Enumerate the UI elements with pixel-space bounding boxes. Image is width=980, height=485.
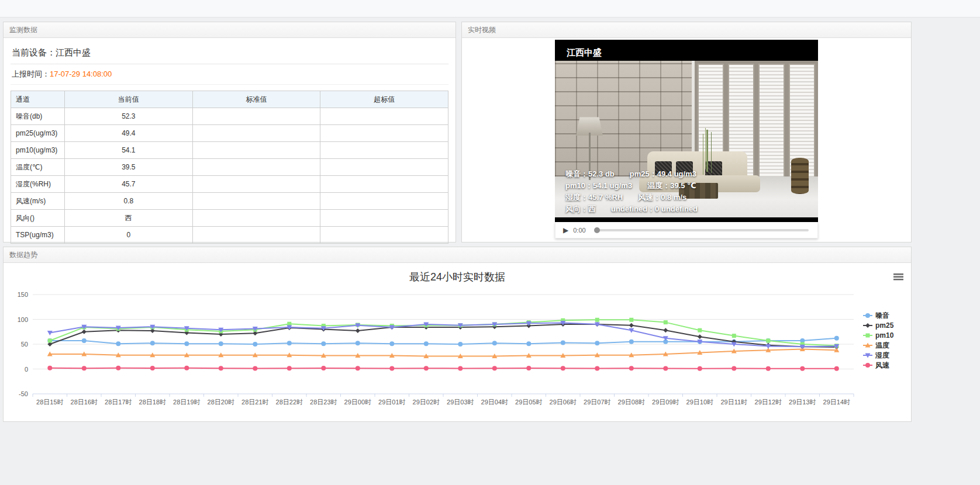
x-axis-label: 28日20时 <box>208 399 234 406</box>
value-cell <box>320 125 448 142</box>
series-line-风速 <box>50 368 837 369</box>
legend-item-pm25[interactable]: pm25 <box>863 321 894 330</box>
y-axis-label: -50 <box>19 390 28 397</box>
x-axis-label: 29日06时 <box>550 399 577 406</box>
svg-text:噪音: 噪音 <box>875 311 889 320</box>
browser-top-strip <box>0 0 980 18</box>
report-time-line: 上报时间：17-07-29 14:08:00 <box>11 64 448 85</box>
svg-text:风速: 风速 <box>875 361 890 369</box>
video-current-time: 0:00 <box>573 227 585 234</box>
channel-cell: pm10(ug/m3) <box>11 142 65 159</box>
play-button[interactable]: ▶ <box>563 226 568 234</box>
trend-chart: -5005010015028日15时28日16时28日17时28日18时28日1… <box>4 263 911 420</box>
current-device-label: 当前设备：江西中盛 <box>11 41 448 64</box>
channel-cell: 温度(℃) <box>11 159 65 176</box>
x-axis-label: 29日00时 <box>344 399 371 406</box>
value-cell <box>192 125 320 142</box>
channel-cell: 噪音(db) <box>11 108 65 125</box>
x-axis-label: 29日03时 <box>447 399 474 406</box>
trend-chart-svg: -5005010015028日15时28日16时28日17时28日18时28日1… <box>5 266 910 417</box>
column-header: 当前值 <box>65 91 193 108</box>
x-axis-label: 28日17时 <box>105 399 132 406</box>
svg-text:pm10: pm10 <box>875 331 894 340</box>
value-cell: 39.5 <box>65 159 193 176</box>
table-row: 湿度(%RH)45.7 <box>11 176 448 193</box>
x-axis-label: 29日14时 <box>823 399 850 406</box>
monitor-panel-title: 监测数据 <box>9 26 37 34</box>
column-header: 标准值 <box>192 91 320 108</box>
svg-text:温度: 温度 <box>875 341 889 349</box>
x-axis-label: 29日11时 <box>720 399 747 406</box>
legend-item-湿度[interactable]: 湿度 <box>863 351 889 359</box>
x-axis-label: 29日01时 <box>378 399 405 406</box>
overlay-reading-line: 风向：西 undefined：0 undefined <box>565 203 698 215</box>
channel-cell: 风速(m/s) <box>11 193 65 210</box>
x-axis-label: 29日04时 <box>481 399 508 406</box>
video-panel-body: 江西中盛 噪音 <box>462 38 911 238</box>
video-controls-bar: ▶ 0:00 <box>555 222 818 238</box>
legend-item-温度[interactable]: 温度 <box>863 341 889 349</box>
x-axis-label: 29日12时 <box>755 399 782 406</box>
data-trend-panel: 数据趋势 -5005010015028日15时28日16时28日17时28日18… <box>3 247 912 422</box>
value-cell: 45.7 <box>65 176 193 193</box>
monitor-table-head-row: 通道当前值标准值超标值 <box>11 91 448 108</box>
value-cell <box>192 227 320 244</box>
channel-cell: pm25(ug/m3) <box>11 125 65 142</box>
value-cell <box>192 142 320 159</box>
value-cell <box>320 108 448 125</box>
legend-item-pm10[interactable]: pm10 <box>863 331 894 340</box>
legend-item-噪音[interactable]: 噪音 <box>863 311 889 320</box>
monitor-data-panel: 监测数据 当前设备：江西中盛 上报时间：17-07-29 14:08:00 通道… <box>3 22 456 243</box>
overlay-reading-line: pm10：54.1 ug/m3 温度：39.5 ℃ <box>565 180 698 192</box>
series-line-温度 <box>50 349 837 356</box>
x-axis-label: 29日07时 <box>584 399 610 406</box>
value-cell <box>320 176 448 193</box>
x-axis-label: 29日10时 <box>686 399 713 406</box>
value-cell <box>192 176 320 193</box>
y-axis-label: 150 <box>18 291 28 298</box>
legend-item-风速[interactable]: 风速 <box>863 361 890 369</box>
table-row: 噪音(db)52.3 <box>11 108 448 125</box>
channel-cell: TSP(ug/m3) <box>11 227 65 244</box>
vase-graphic <box>791 158 809 194</box>
value-cell <box>320 159 448 176</box>
overlay-reading-line: 湿度：45.7 %RH 风速：0.8 m/s <box>565 192 698 203</box>
value-cell: 0.8 <box>65 193 193 210</box>
export-menu-button[interactable] <box>893 273 903 280</box>
value-cell <box>320 193 448 210</box>
x-axis-label: 29日02时 <box>413 399 440 406</box>
monitor-panel-body: 当前设备：江西中盛 上报时间：17-07-29 14:08:00 通道当前值标准… <box>4 38 456 244</box>
monitor-panel-header: 监测数据 <box>4 22 456 38</box>
value-cell <box>320 210 448 227</box>
value-cell <box>320 227 448 244</box>
svg-text:湿度: 湿度 <box>875 351 889 359</box>
video-progress-bar[interactable] <box>595 229 809 231</box>
x-axis-label: 28日22时 <box>276 399 303 406</box>
value-cell: 0 <box>65 227 193 244</box>
x-axis-label: 29日09时 <box>652 399 679 406</box>
monitor-table: 通道当前值标准值超标值 噪音(db)52.3pm25(ug/m3)49.4pm1… <box>11 91 448 244</box>
table-row: pm10(ug/m3)54.1 <box>11 142 448 159</box>
monitor-table-body: 噪音(db)52.3pm25(ug/m3)49.4pm10(ug/m3)54.1… <box>11 108 448 244</box>
video-player[interactable]: 江西中盛 噪音 <box>555 40 818 222</box>
x-axis-label: 29日08时 <box>618 399 645 406</box>
y-axis-label: 0 <box>25 366 28 373</box>
value-cell: 52.3 <box>65 108 193 125</box>
video-panel-title: 实时视频 <box>468 26 496 34</box>
overlay-reading-line: 噪音：52.3 db pm25：49.4 ug/m3 <box>565 168 698 180</box>
channel-cell: 风向() <box>11 210 65 227</box>
video-overlay-readings: 噪音：52.3 db pm25：49.4 ug/m3pm10：54.1 ug/m… <box>565 168 698 215</box>
value-cell: 54.1 <box>65 142 193 159</box>
live-video-panel: 实时视频 江西中盛 <box>461 22 912 243</box>
table-row: 风向()西 <box>11 210 448 227</box>
chart-title: 最近24小时实时数据 <box>409 271 505 283</box>
report-time-value: 17-07-29 14:08:00 <box>50 70 112 78</box>
column-header: 通道 <box>11 91 65 108</box>
x-axis-label: 28日19时 <box>173 399 200 406</box>
column-header: 超标值 <box>320 91 448 108</box>
x-axis-label: 28日15时 <box>36 399 63 406</box>
video-progress-knob[interactable] <box>594 227 600 233</box>
svg-text:pm25: pm25 <box>875 321 894 330</box>
value-cell <box>192 210 320 227</box>
plant-graphic <box>706 130 708 172</box>
